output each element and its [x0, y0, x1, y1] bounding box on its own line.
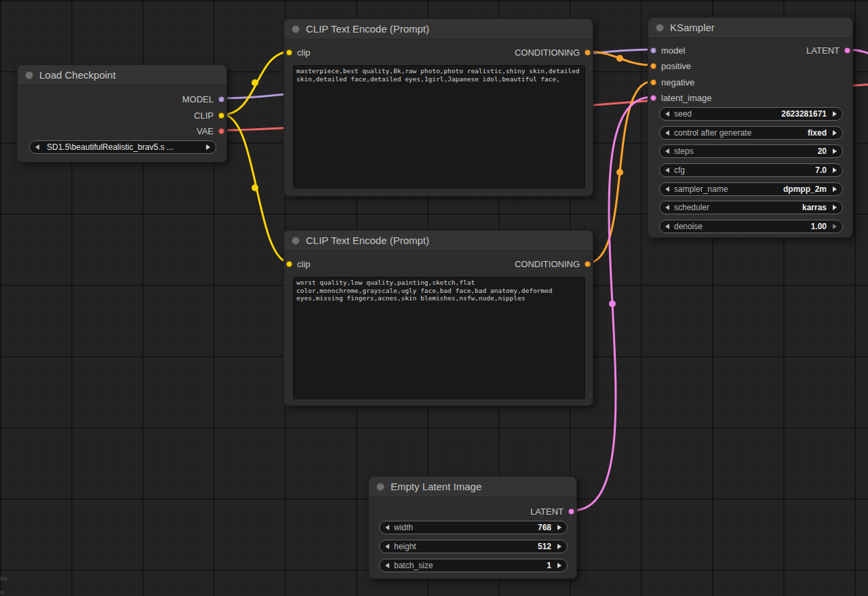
negative-prompt-textarea[interactable]: worst quality,low quality,painting,sketc…	[293, 277, 585, 399]
prev-value-arrow-icon[interactable]	[35, 144, 39, 150]
node-ksampler[interactable]: KSampler model positive negative latent_…	[648, 17, 853, 238]
model-input-label: model	[661, 45, 685, 56]
positive-input-port[interactable]	[650, 63, 656, 69]
conditioning-output-label: CONDITIONING	[515, 259, 580, 269]
increment-arrow-icon[interactable]	[557, 544, 561, 549]
latent-output-label: LATENT	[806, 45, 840, 56]
collapse-dot-icon[interactable]	[292, 237, 300, 245]
next-value-arrow-icon[interactable]	[206, 144, 210, 150]
steps-widget[interactable]: steps 20	[659, 144, 843, 158]
collapse-dot-icon[interactable]	[376, 483, 384, 491]
scheduler-widget[interactable]: scheduler karras	[659, 201, 843, 214]
cfg-widget[interactable]: cfg 7.0	[659, 163, 843, 177]
model-input-slot: model	[650, 44, 685, 56]
decrement-arrow-icon[interactable]	[385, 525, 389, 530]
negative-input-port[interactable]	[650, 79, 656, 85]
prev-value-arrow-icon[interactable]	[665, 186, 669, 192]
node-title: KSampler	[670, 22, 715, 33]
increment-arrow-icon[interactable]	[833, 148, 837, 154]
batch-size-widget[interactable]: batch_size 1	[379, 559, 568, 572]
height-widget[interactable]: height 512	[379, 540, 568, 553]
increment-arrow-icon[interactable]	[833, 111, 837, 117]
next-value-arrow-icon[interactable]	[833, 130, 837, 136]
scheduler-label: scheduler	[674, 203, 709, 212]
increment-arrow-icon[interactable]	[557, 525, 561, 530]
node-titlebar[interactable]: Empty Latent Image	[369, 477, 576, 497]
width-widget[interactable]: width 768	[379, 521, 568, 534]
clip-output-slot: CLIP	[194, 109, 224, 121]
clip-output-port[interactable]	[218, 113, 224, 119]
vae-output-label: VAE	[197, 126, 214, 136]
control-after-generate-widget[interactable]: control after generate fixed	[659, 126, 843, 140]
next-value-arrow-icon[interactable]	[833, 186, 837, 192]
clip-input-slot: clip	[286, 46, 311, 58]
seed-widget[interactable]: seed 2623281671	[659, 107, 843, 121]
denoise-value: 1.00	[811, 222, 827, 231]
node-title: Load Checkpoint	[39, 69, 116, 81]
batch-size-value: 1	[547, 561, 551, 570]
decrement-arrow-icon[interactable]	[665, 148, 669, 154]
model-output-port[interactable]	[218, 96, 224, 102]
latent-image-input-label: latent_image	[661, 93, 711, 103]
collapse-dot-icon[interactable]	[292, 25, 300, 33]
node-clip-text-encode-negative[interactable]: CLIP Text Encode (Prompt) clip CONDITION…	[283, 230, 593, 406]
latent-image-input-port[interactable]	[650, 95, 656, 101]
denoise-label: denoise	[674, 222, 703, 231]
decrement-arrow-icon[interactable]	[385, 544, 389, 549]
clip-input-port[interactable]	[286, 261, 292, 267]
node-title: CLIP Text Encode (Prompt)	[306, 235, 429, 246]
node-clip-text-encode-positive[interactable]: CLIP Text Encode (Prompt) clip CONDITION…	[283, 18, 593, 197]
collapse-dot-icon[interactable]	[656, 24, 664, 32]
decrement-arrow-icon[interactable]	[665, 224, 669, 229]
node-graph-canvas[interactable]: Load Checkpoint MODEL CLIP VAE SD1.5\bea…	[0, 0, 868, 596]
decrement-arrow-icon[interactable]	[385, 563, 389, 568]
prev-value-arrow-icon[interactable]	[665, 205, 669, 210]
conditioning-output-port[interactable]	[585, 261, 591, 267]
decrement-arrow-icon[interactable]	[665, 167, 669, 173]
height-label: height	[394, 542, 416, 551]
collapse-dot-icon[interactable]	[25, 71, 33, 79]
clip-input-label: clip	[297, 47, 311, 58]
latent-output-slot: LATENT	[806, 44, 850, 56]
conditioning-output-slot: CONDITIONING	[515, 258, 591, 270]
node-titlebar[interactable]: Load Checkpoint	[18, 65, 226, 85]
seed-label: seed	[674, 109, 692, 119]
conditioning-output-slot: CONDITIONING	[515, 46, 591, 58]
decrement-arrow-icon[interactable]	[665, 111, 669, 117]
clipped-corner-text: 00s	[0, 576, 7, 582]
vae-output-port[interactable]	[218, 128, 224, 134]
node-title: CLIP Text Encode (Prompt)	[306, 23, 429, 35]
latent-output-port[interactable]	[844, 47, 850, 54]
clip-input-slot: clip	[286, 258, 311, 270]
node-load-checkpoint[interactable]: Load Checkpoint MODEL CLIP VAE SD1.5\bea…	[17, 64, 227, 163]
latent-output-port[interactable]	[568, 509, 574, 515]
ckpt-name-value: SD1.5\beautifulRealistic_brav5.s ...	[47, 142, 200, 152]
denoise-widget[interactable]: denoise 1.00	[659, 220, 843, 233]
clipped-corner-text: m	[0, 589, 3, 595]
prev-value-arrow-icon[interactable]	[665, 130, 669, 136]
clip-input-port[interactable]	[286, 49, 292, 56]
clip-negative-wire	[222, 115, 291, 263]
clip-negative-wire-midpoint-dot	[252, 184, 258, 191]
increment-arrow-icon[interactable]	[557, 563, 561, 568]
clip-positive-wire-midpoint-dot	[252, 79, 258, 86]
model-input-port[interactable]	[650, 47, 656, 54]
increment-arrow-icon[interactable]	[833, 167, 837, 173]
sampler-name-value: dpmpp_2m	[783, 184, 827, 194]
conditioning-negative-wire	[587, 81, 652, 263]
increment-arrow-icon[interactable]	[833, 224, 837, 229]
negative-input-slot: negative	[650, 76, 694, 88]
sampler-name-widget[interactable]: sampler_name dpmpp_2m	[659, 182, 843, 196]
node-titlebar[interactable]: CLIP Text Encode (Prompt)	[284, 19, 593, 39]
positive-input-label: positive	[661, 61, 691, 71]
clip-input-label: clip	[297, 259, 311, 269]
ckpt-name-combo-widget[interactable]: SD1.5\beautifulRealistic_brav5.s ...	[29, 140, 216, 154]
positive-prompt-textarea[interactable]: masterpiece,best quality,8k,raw photo,ph…	[293, 65, 585, 188]
node-empty-latent-image[interactable]: Empty Latent Image LATENT width 768 heig…	[368, 476, 577, 579]
conditioning-output-port[interactable]	[585, 49, 591, 56]
next-value-arrow-icon[interactable]	[833, 205, 837, 210]
scheduler-value: karras	[802, 203, 827, 212]
node-titlebar[interactable]: CLIP Text Encode (Prompt)	[284, 231, 593, 251]
positive-input-slot: positive	[650, 60, 691, 72]
node-titlebar[interactable]: KSampler	[648, 18, 852, 38]
